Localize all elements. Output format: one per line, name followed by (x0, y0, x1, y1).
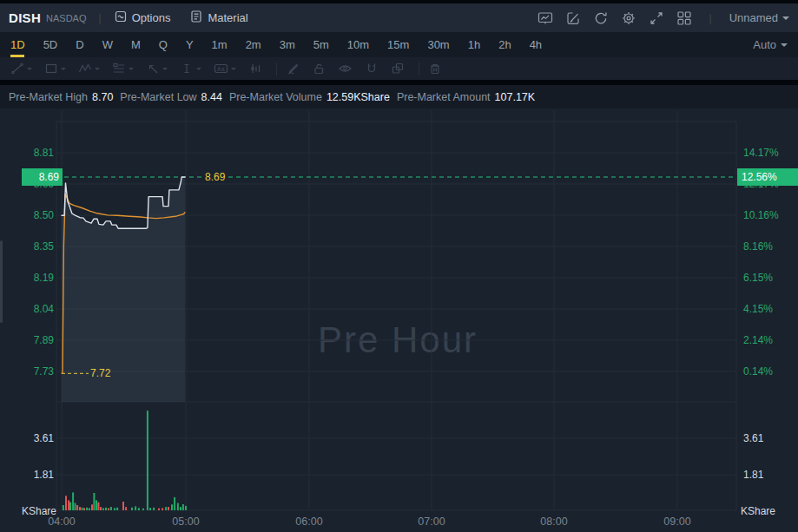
volume-bar (122, 502, 124, 510)
timeframe-2h[interactable]: 2h (498, 33, 511, 57)
chart-monitor-icon[interactable] (537, 10, 553, 26)
price-volume-plot[interactable] (0, 108, 798, 532)
volume-bar (102, 508, 104, 510)
info-label: Pre-Market High (9, 91, 88, 103)
current-price-line-label: 8.69 (202, 171, 228, 183)
account-label: Unnamed (729, 11, 778, 24)
timeframe-1m[interactable]: 1m (212, 33, 228, 57)
volume-bar (69, 502, 71, 510)
volume-bar (162, 508, 163, 510)
info-label: Pre-Market Low (120, 91, 196, 103)
volume-bar (105, 508, 107, 510)
trash-icon[interactable] (428, 62, 442, 76)
exchange-name: NASDAQ (46, 13, 86, 23)
arrow-tool-button[interactable] (146, 62, 168, 76)
volume-bar (180, 507, 181, 510)
toolbar-separator (419, 62, 419, 76)
volume-bar (63, 505, 64, 510)
info-value: 8.44 (201, 91, 222, 103)
timeframe-5m[interactable]: 5m (313, 33, 329, 57)
left-edge-handle[interactable] (0, 240, 3, 323)
volume-bar (125, 507, 127, 510)
percent-axis-label: 6.15% (743, 272, 773, 284)
options-button[interactable]: Options (114, 10, 171, 26)
trendline-tool-button[interactable] (10, 62, 32, 76)
volume-axis-label: 3.61 (0, 432, 54, 444)
volume-bar (158, 509, 160, 510)
timeframe-2m[interactable]: 2m (246, 33, 261, 57)
timeframe-30m[interactable]: 30m (427, 33, 449, 57)
volume-bar (89, 508, 90, 510)
volume-bar (149, 508, 151, 510)
chevron-down-icon (231, 68, 236, 70)
fullscreen-icon[interactable] (649, 10, 664, 26)
volume-bar (75, 503, 76, 510)
gear-icon[interactable] (621, 10, 636, 26)
material-button[interactable]: Material (189, 10, 247, 26)
chevron-down-icon (781, 43, 788, 47)
pattern-tool-button[interactable] (248, 62, 262, 76)
timeframe-4h[interactable]: 4h (530, 33, 542, 57)
layout-grid-icon[interactable] (676, 10, 692, 26)
volume-bar (72, 492, 74, 510)
chart-area[interactable]: Pre Hour 8.818.668.508.358.198.047.897.7… (0, 108, 798, 532)
timeframe-10m[interactable]: 10m (347, 33, 369, 57)
edit-pencil-icon[interactable] (565, 10, 581, 26)
premarket-info-bar: Pre-Market High8.70Pre-Market Low8.44Pre… (0, 85, 798, 108)
account-menu[interactable]: Unnamed (729, 11, 789, 24)
chevron-down-icon (782, 16, 789, 20)
symbol-name: DISH (9, 10, 41, 25)
chevron-down-icon (27, 68, 32, 70)
timeframe-1D[interactable]: 1D (10, 33, 25, 57)
chart-type-auto-dropdown[interactable]: Auto (753, 38, 788, 51)
timeframe-Y[interactable]: Y (186, 33, 194, 57)
percent-axis-label: 4.15% (743, 303, 773, 315)
time-axis-label: 09:00 (663, 516, 690, 528)
volume-bar (114, 508, 115, 510)
text-cursor-tool-button[interactable] (180, 62, 201, 76)
volume-bar (177, 503, 179, 510)
time-axis-label: 04:00 (48, 516, 75, 528)
percent-axis-label: 0.14% (743, 365, 773, 378)
gann-tool-button[interactable] (112, 62, 134, 76)
volume-bar (138, 508, 140, 510)
percent-axis-label: 8.16% (743, 240, 773, 253)
timeframe-D[interactable]: D (76, 33, 83, 57)
volume-bar (82, 508, 83, 510)
eye-visibility-icon[interactable] (338, 62, 353, 76)
shape-tool-button[interactable] (44, 62, 66, 76)
volume-bar (93, 493, 95, 510)
brush-tool-button[interactable] (286, 62, 300, 76)
price-axis-label: 8.19 (0, 272, 54, 284)
volume-axis-label: 1.81 (0, 469, 54, 481)
timeframe-Q[interactable]: Q (159, 33, 168, 57)
timeframe-3m[interactable]: 3m (280, 33, 295, 57)
timeframe-M[interactable]: M (131, 33, 141, 57)
refresh-icon[interactable] (593, 10, 609, 26)
volume-bar (174, 497, 175, 510)
label-tool-button[interactable]: Aa (214, 62, 236, 76)
header-actions: | Unnamed (537, 10, 790, 26)
lock-open-icon[interactable] (312, 62, 326, 76)
volume-bar (65, 496, 67, 510)
volume-bar (100, 507, 102, 510)
volume-bar (108, 508, 109, 510)
timeframe-5D[interactable]: 5D (43, 33, 58, 57)
percent-axis-label: 10.16% (743, 209, 779, 221)
timeframe-W[interactable]: W (102, 33, 113, 57)
current-price-badge: 8.69 (22, 168, 63, 186)
timeframe-1h[interactable]: 1h (468, 33, 480, 57)
volume-bar (86, 508, 88, 510)
wave-tool-button[interactable] (78, 62, 100, 76)
volume-bar (135, 506, 136, 510)
material-label: Material (208, 11, 247, 24)
price-axis-label: 8.35 (0, 240, 54, 253)
magnet-icon[interactable] (365, 62, 379, 76)
copy-objects-icon[interactable] (391, 62, 405, 76)
timeframe-15m[interactable]: 15m (387, 33, 409, 57)
chevron-down-icon (95, 68, 100, 70)
info-label: Pre-Market Amount (397, 91, 491, 103)
percent-axis-label: 2.14% (743, 334, 773, 346)
volume-bar (68, 500, 69, 510)
volume-bar (79, 507, 81, 510)
